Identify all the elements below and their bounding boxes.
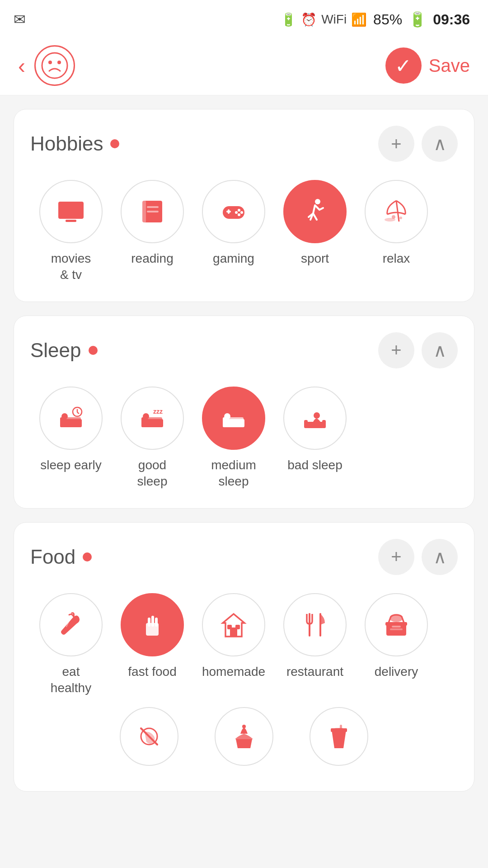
hobby-label-relax: relax: [383, 250, 410, 267]
food-item-fast-food[interactable]: fast food: [112, 593, 193, 697]
sleep-label: Sleep: [30, 339, 81, 362]
save-button[interactable]: ✓ Save: [385, 47, 470, 84]
sleep-label-good: goodsleep: [137, 457, 168, 490]
email-icon: ✉: [14, 11, 26, 28]
battery-charging-icon: 🔋: [281, 12, 296, 27]
food-circle-drink: [310, 707, 368, 766]
sleep-collapse-button[interactable]: ∧: [422, 332, 458, 368]
alarm-icon: ⏰: [301, 12, 317, 27]
sleep-circle-medium: [202, 387, 265, 450]
hobby-label-sport: sport: [301, 250, 329, 267]
battery-percentage: 85%: [373, 11, 402, 28]
svg-line-17: [396, 201, 399, 222]
food-collapse-button[interactable]: ∧: [422, 539, 458, 575]
food-items: eathealthy fast food: [30, 593, 458, 697]
hobbies-card: Hobbies + ∧ movies& tv: [14, 109, 474, 302]
sleep-items: sleep early zzz goodsleep: [30, 387, 458, 490]
mood-icon[interactable]: [34, 45, 75, 86]
hobby-item-reading[interactable]: reading: [112, 180, 193, 283]
carrot-icon: [56, 610, 85, 639]
cupcake-icon: [230, 722, 258, 751]
svg-rect-48: [227, 625, 232, 629]
sleep-circle-early: [39, 387, 103, 450]
hobbies-header: Hobbies + ∧: [30, 126, 458, 162]
sleep-circle-bad: [283, 387, 347, 450]
sleep-circle-good: zzz: [121, 387, 184, 450]
hobby-circle-movies: [39, 180, 103, 243]
battery-icon: 🔋: [408, 11, 427, 28]
svg-point-0: [42, 53, 67, 78]
hobbies-add-button[interactable]: +: [378, 126, 414, 162]
food-item-no-meat[interactable]: [108, 707, 190, 773]
check-icon: ✓: [395, 54, 412, 77]
run-icon: [300, 197, 329, 226]
food-label: Food: [30, 546, 75, 568]
hobby-circle-reading: [121, 180, 184, 243]
svg-point-16: [315, 199, 320, 204]
sad-face-icon: [41, 52, 68, 79]
svg-rect-44: [155, 618, 158, 627]
hobbies-collapse-button[interactable]: ∧: [422, 126, 458, 162]
main-content: Hobbies + ∧ movies& tv: [0, 95, 488, 805]
food-item-dessert[interactable]: [203, 707, 285, 773]
svg-rect-38: [304, 420, 308, 428]
sleep-card: Sleep + ∧: [14, 316, 474, 509]
svg-point-31: [143, 413, 149, 420]
svg-point-24: [61, 413, 68, 420]
sleep-early-icon: [56, 404, 85, 433]
food-circle-delivery: [365, 593, 428, 656]
top-nav: ‹ ✓ Save: [0, 36, 488, 95]
hobby-item-relax[interactable]: relax: [356, 180, 437, 283]
svg-rect-37: [306, 422, 324, 428]
svg-rect-7: [147, 206, 159, 208]
sleep-item-early[interactable]: sleep early: [30, 387, 112, 490]
sleep-add-button[interactable]: +: [378, 332, 414, 368]
food-item-homemade[interactable]: homemade: [193, 593, 274, 697]
sleep-label-medium: mediumsleep: [211, 457, 256, 490]
svg-point-55: [390, 615, 403, 622]
hobby-item-movies[interactable]: movies& tv: [30, 180, 112, 283]
save-check-circle: ✓: [385, 47, 422, 84]
drink-icon: [324, 722, 353, 751]
gamepad-icon: [219, 197, 248, 226]
food-actions: + ∧: [378, 539, 458, 575]
food-item-restaurant[interactable]: restaurant: [274, 593, 356, 697]
sleep-header: Sleep + ∧: [30, 332, 458, 368]
food-extra-items: [30, 707, 458, 773]
sleep-dot: [89, 346, 98, 355]
food-circle-dessert: [215, 707, 273, 766]
hobbies-title: Hobbies: [30, 132, 119, 155]
svg-point-63: [331, 728, 347, 732]
hobby-circle-gaming: [202, 180, 265, 243]
food-header: Food + ∧: [30, 539, 458, 575]
food-dot: [83, 552, 92, 561]
hobby-item-sport[interactable]: sport: [274, 180, 356, 283]
sleep-actions: + ∧: [378, 332, 458, 368]
food-label-eat-healthy: eathealthy: [51, 664, 91, 697]
sleep-item-bad[interactable]: bad sleep: [274, 387, 356, 490]
hobbies-dot: [110, 139, 119, 148]
food-item-delivery[interactable]: delivery: [356, 593, 437, 697]
hobbies-label: Hobbies: [30, 132, 103, 155]
svg-rect-56: [392, 626, 401, 627]
svg-point-19: [392, 215, 395, 219]
svg-rect-3: [58, 202, 84, 219]
food-label-homemade: homemade: [202, 664, 265, 680]
svg-point-2: [57, 61, 61, 64]
food-card: Food + ∧ eathealthy: [14, 522, 474, 792]
svg-rect-11: [228, 209, 230, 214]
svg-point-13: [240, 211, 243, 214]
food-item-drink[interactable]: [298, 707, 380, 773]
svg-text:zzz: zzz: [153, 408, 163, 415]
status-right: 🔋 ⏰ WiFi 📶 85% 🔋 09:36: [281, 11, 470, 28]
svg-rect-4: [66, 220, 76, 222]
sleep-item-good[interactable]: zzz goodsleep: [112, 387, 193, 490]
svg-point-60: [242, 725, 246, 728]
hobby-item-gaming[interactable]: gaming: [193, 180, 274, 283]
back-button[interactable]: ‹: [18, 53, 25, 78]
svg-rect-6: [142, 201, 146, 222]
book-icon: [138, 197, 167, 226]
food-item-eat-healthy[interactable]: eathealthy: [30, 593, 112, 697]
sleep-item-medium[interactable]: mediumsleep: [193, 387, 274, 490]
food-add-button[interactable]: +: [378, 539, 414, 575]
